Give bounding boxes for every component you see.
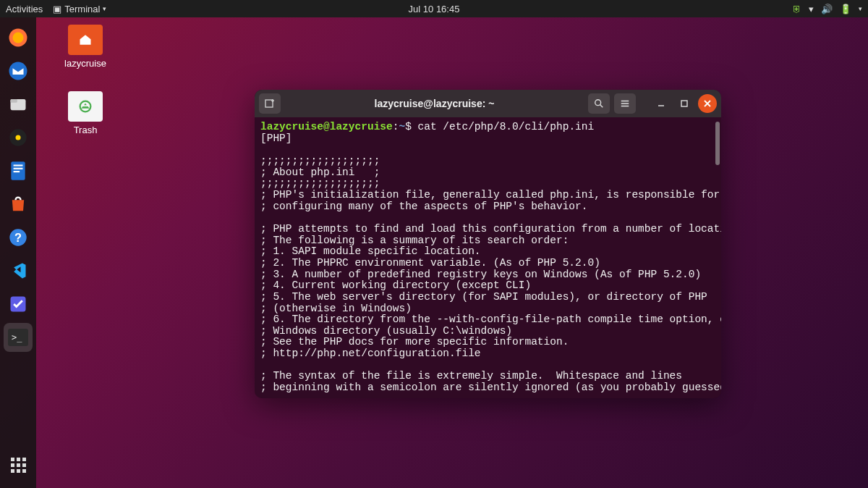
app-menu[interactable]: ▣ Terminal ▾: [53, 4, 106, 14]
desktop-folder-lazycruise[interactable]: lazycruise: [56, 25, 114, 69]
dock-software[interactable]: [4, 190, 33, 219]
svg-point-1: [13, 33, 24, 43]
maximize-button[interactable]: [675, 94, 694, 113]
svg-text:?: ?: [14, 231, 22, 244]
svg-rect-10: [14, 171, 20, 172]
menu-button[interactable]: [614, 93, 636, 114]
maximize-icon: [681, 100, 688, 107]
desktop-trash-label: Trash: [56, 125, 114, 135]
dock-vscode[interactable]: [4, 256, 33, 285]
shopping-bag-icon: [8, 194, 28, 214]
vscode-icon: [8, 261, 28, 281]
svg-point-2: [9, 62, 27, 80]
new-tab-icon: [264, 98, 276, 109]
terminal-body[interactable]: lazycruise@lazycruise:~$ cat /etc/php/8.…: [255, 117, 721, 398]
svg-rect-8: [14, 164, 23, 166]
desktop-folder-label: lazycruise: [56, 58, 114, 69]
search-button[interactable]: [588, 93, 610, 114]
dock-terminal[interactable]: >_: [4, 323, 33, 352]
app-menu-label: Terminal: [64, 4, 100, 14]
clock[interactable]: Jul 10 16:45: [409, 4, 460, 14]
desktop-trash[interactable]: Trash: [56, 91, 114, 135]
close-icon: [704, 100, 711, 107]
new-tab-button[interactable]: [259, 93, 281, 114]
help-icon: ?: [8, 227, 28, 248]
thunderbird-icon: [7, 60, 29, 82]
prompt-user: lazycruise@lazycruise: [260, 121, 393, 132]
top-bar: Activities ▣ Terminal ▾ Jul 10 16:45 ⛨ ▾…: [0, 0, 868, 17]
dock-thunderbird[interactable]: [4, 56, 33, 85]
svg-point-17: [595, 100, 601, 106]
show-applications-button[interactable]: [4, 450, 33, 479]
shield-icon: ⛨: [792, 4, 801, 14]
chevron-down-icon: ▾: [103, 5, 106, 12]
minimize-icon: [658, 100, 665, 107]
trash-icon: [68, 91, 103, 122]
svg-rect-18: [681, 101, 687, 106]
terminal-icon: >_: [8, 329, 28, 346]
activities-button[interactable]: Activities: [6, 4, 43, 14]
svg-point-6: [16, 135, 21, 140]
music-icon: [8, 127, 28, 148]
battery-icon: 🔋: [840, 4, 851, 14]
checklist-icon: [8, 294, 28, 314]
svg-rect-4: [11, 99, 17, 103]
dock-todo[interactable]: [4, 290, 33, 319]
dock-help[interactable]: ?: [4, 223, 33, 252]
desktop: lazycruise Trash lazycruise@lazycruise: …: [36, 17, 868, 488]
terminal-indicator-icon: ▣: [53, 4, 61, 14]
firefox-icon: [7, 27, 29, 49]
wifi-icon: ▾: [809, 4, 814, 14]
terminal-output: [PHP] ;;;;;;;;;;;;;;;;;;; ; About php.in…: [260, 132, 721, 393]
dock-firefox[interactable]: [4, 23, 33, 52]
hamburger-icon: [620, 98, 630, 109]
svg-rect-9: [14, 168, 23, 169]
chevron-down-icon: ▾: [859, 5, 862, 12]
volume-icon: 🔊: [821, 4, 833, 14]
status-area[interactable]: ⛨ ▾ 🔊 🔋 ▾: [792, 4, 862, 14]
dock-writer[interactable]: [4, 156, 33, 185]
svg-text:>_: >_: [12, 332, 22, 342]
folder-icon: [68, 25, 103, 55]
terminal-window: lazycruise@lazycruise: ~ lazycruise@lazy…: [255, 90, 721, 398]
dock-rhythmbox[interactable]: [4, 123, 33, 152]
prompt-symbol: $: [405, 121, 412, 132]
close-button[interactable]: [698, 94, 717, 113]
dock-files[interactable]: [4, 90, 33, 119]
minimize-button[interactable]: [652, 94, 671, 113]
folder-icon: [8, 94, 28, 114]
dock: ? >_: [0, 17, 36, 488]
titlebar[interactable]: lazycruise@lazycruise: ~: [255, 90, 721, 117]
command-text: cat /etc/php/8.0/cli/php.ini: [418, 121, 595, 132]
document-icon: [9, 160, 27, 182]
search-icon: [594, 98, 604, 109]
prompt-path: ~: [399, 121, 405, 132]
scrollbar[interactable]: [715, 122, 720, 165]
window-title: lazycruise@lazycruise: ~: [285, 98, 584, 109]
